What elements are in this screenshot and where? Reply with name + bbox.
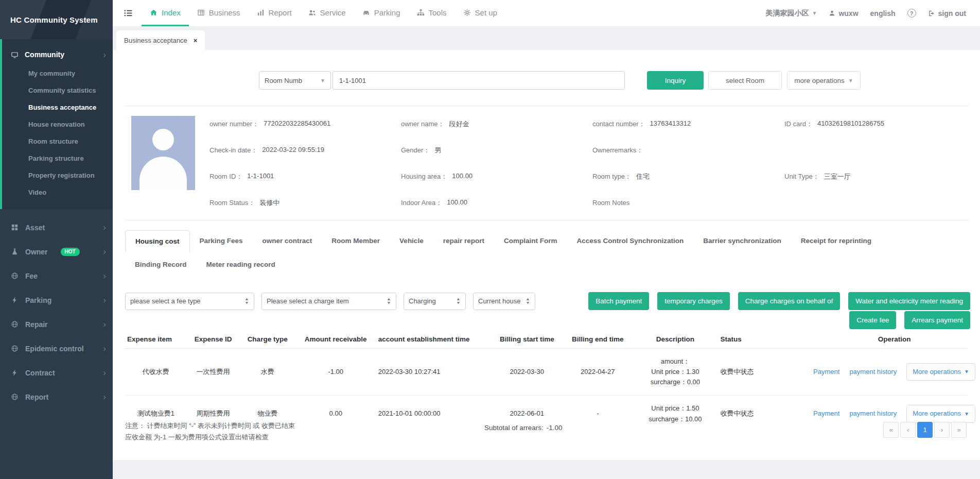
sidebar-item-room-structure[interactable]: Room structure xyxy=(2,133,113,150)
tab-owner-contract[interactable]: owner contract xyxy=(253,230,322,252)
row-more-operations-dropdown[interactable]: More operations ▼ xyxy=(906,405,975,422)
tab-access-control-sync[interactable]: Access Control Synchronization xyxy=(567,230,693,252)
select-room-button[interactable]: select Room xyxy=(708,71,782,90)
arrears-payment-button[interactable]: Arrears payment xyxy=(904,311,970,329)
community-switcher[interactable]: 美满家园小区 ▼ xyxy=(766,9,817,18)
batch-payment-button[interactable]: Batch payment xyxy=(588,292,649,310)
cell-billing-end: - xyxy=(563,396,632,432)
fee-actions-row1: Batch payment temporary charges Charge c… xyxy=(588,292,970,310)
sidebar-item-house-renovation[interactable]: House renovation xyxy=(2,116,113,133)
caret-down-icon: ▼ xyxy=(964,410,969,418)
sidebar-item-parking[interactable]: Parking › xyxy=(0,288,113,312)
user-menu[interactable]: wuxw xyxy=(829,9,858,18)
cell-charge-type: 水费 xyxy=(240,349,295,396)
payment-link[interactable]: Payment xyxy=(813,408,839,419)
page-prev-button[interactable]: ‹ xyxy=(900,422,916,438)
tab-receipt-reprinting[interactable]: Receipt for reprinting xyxy=(791,230,881,252)
temporary-charges-button[interactable]: temporary charges xyxy=(657,292,730,310)
tab-repair-report[interactable]: repair report xyxy=(433,230,494,252)
sidebar-item-repair[interactable]: Repair › xyxy=(0,312,113,336)
indoor-area: 100.00 xyxy=(447,198,467,208)
sidebar-item-community[interactable]: Community › xyxy=(2,44,113,65)
gender: 男 xyxy=(434,146,441,155)
sidebar-item-contract[interactable]: Contract › xyxy=(0,361,113,385)
field-label: ID card： xyxy=(784,119,813,129)
cell-status: 收费中状态 xyxy=(718,396,821,432)
nav-business[interactable]: Business xyxy=(189,0,249,26)
search-type-select[interactable]: Room Numb ▼ xyxy=(259,71,331,90)
page-next-button[interactable]: › xyxy=(934,422,950,438)
chevron-right-icon: › xyxy=(103,320,106,329)
tab-binding-record[interactable]: Binding Record xyxy=(125,254,197,275)
nav-index[interactable]: Index xyxy=(142,0,189,26)
help-icon[interactable]: ? xyxy=(907,9,916,18)
cell-account-time: 2021-10-01 00:00:00 xyxy=(376,396,491,432)
meter-reading-button[interactable]: Water and electricity meter reading xyxy=(848,292,970,310)
row-more-operations-dropdown[interactable]: More operations ▼ xyxy=(906,363,975,381)
fee-type-select[interactable]: please select a fee type xyxy=(125,293,254,310)
sidebar-item-video[interactable]: Video xyxy=(2,184,113,201)
cell-billing-start: 2022-03-30 xyxy=(491,349,563,396)
select-caret-icon xyxy=(526,298,530,304)
sidebar-sections: Asset › Owner HOT › Fee › Parking › Repa… xyxy=(0,215,113,409)
page-last-button[interactable]: » xyxy=(951,422,967,438)
nav-tools[interactable]: Tools xyxy=(409,0,455,26)
field-label: Check-in date： xyxy=(209,146,257,155)
sidebar-item-report[interactable]: Report › xyxy=(0,385,113,409)
sidebar-item-fee[interactable]: Fee › xyxy=(0,264,113,288)
user-icon xyxy=(829,10,835,16)
tab-vehicle[interactable]: Vehicle xyxy=(390,230,433,252)
page-1-button[interactable]: 1 xyxy=(917,422,933,438)
note-line-2: 应收金额 为-1 一般为费用项公式设置出错请检查 xyxy=(125,432,295,443)
house-scope-select[interactable]: Current house xyxy=(473,293,535,310)
cell-expense-id: 一次性费用 xyxy=(187,349,240,396)
room-search-input[interactable] xyxy=(332,71,625,90)
flask-icon xyxy=(11,248,19,255)
tab-barrier-sync[interactable]: Barrier synchronization xyxy=(693,230,791,252)
charge-on-behalf-button[interactable]: Charge charges on behalf of xyxy=(738,292,840,310)
sidebar-item-epidemic-control[interactable]: Epidemic control › xyxy=(0,336,113,361)
charging-status-select[interactable]: Charging xyxy=(404,293,466,310)
caret-down-icon: ▼ xyxy=(812,10,817,16)
language-switcher[interactable]: english xyxy=(870,9,896,18)
charge-item-select[interactable]: Please select a charge item xyxy=(261,293,396,310)
payment-history-link[interactable]: payment history xyxy=(849,367,897,377)
sidebar-item-community-statistics[interactable]: Community statistics xyxy=(2,82,113,99)
payment-link[interactable]: Payment xyxy=(813,367,839,377)
table-icon xyxy=(197,9,205,16)
close-icon[interactable]: × xyxy=(194,37,198,44)
more-operations-dropdown[interactable]: more operations ▼ xyxy=(787,71,861,90)
payment-history-link[interactable]: payment history xyxy=(849,408,897,419)
tab-room-member[interactable]: Room Member xyxy=(322,230,390,252)
owner-name: 段好金 xyxy=(449,119,469,129)
inquiry-button[interactable]: Inquiry xyxy=(647,71,704,90)
signout-icon xyxy=(928,10,935,17)
charging-status-value: Charging xyxy=(409,297,436,305)
sidebar-item-my-community[interactable]: My community xyxy=(2,65,113,82)
sitemap-icon xyxy=(417,9,425,16)
nav-parking[interactable]: Parking xyxy=(354,0,409,26)
charge-item-value: Please select a charge item xyxy=(267,297,349,305)
signout-button[interactable]: sign out xyxy=(928,9,966,18)
hamburger-icon[interactable] xyxy=(124,8,133,18)
tab-business-acceptance[interactable]: Business acceptance × xyxy=(116,30,205,50)
sidebar-item-asset[interactable]: Asset › xyxy=(0,215,113,239)
nav-setup[interactable]: Set up xyxy=(455,0,505,26)
caret-down-icon: ▼ xyxy=(848,78,853,83)
app-title: HC Community System xyxy=(10,15,98,24)
tab-housing-cost[interactable]: Housing cost xyxy=(125,230,190,252)
sidebar-item-property-registration[interactable]: Property registration xyxy=(2,167,113,184)
tab-complaint-form[interactable]: Complaint Form xyxy=(494,230,567,252)
field-label: Indoor Area： xyxy=(401,198,442,208)
sidebar-item-parking-structure[interactable]: Parking structure xyxy=(2,150,113,167)
nav-report[interactable]: Report xyxy=(249,0,300,26)
create-fee-button[interactable]: Create fee xyxy=(849,311,896,329)
tab-meter-reading-record[interactable]: Meter reading record xyxy=(197,254,285,275)
nav-service[interactable]: Service xyxy=(300,0,354,26)
cell-description: Unit price：1.50 surcharge：10.00 xyxy=(632,396,718,432)
page-first-button[interactable]: « xyxy=(883,422,899,438)
sidebar-item-owner[interactable]: Owner HOT › xyxy=(0,239,113,264)
sidebar-item-label: Repair xyxy=(25,320,48,329)
tab-parking-fees[interactable]: Parking Fees xyxy=(190,230,253,252)
sidebar-item-business-acceptance[interactable]: Business acceptance xyxy=(2,99,113,116)
